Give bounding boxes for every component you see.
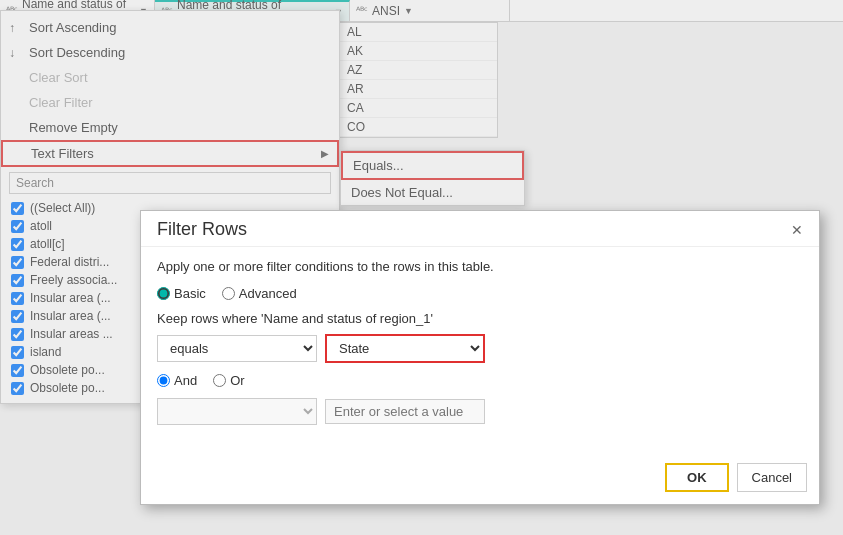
connector-or-text: Or (230, 373, 244, 388)
dialog-mode-group: Basic Advanced (157, 286, 803, 301)
radio-and[interactable] (157, 374, 170, 387)
filter-value-input[interactable] (325, 399, 485, 424)
filter-operator-select-2[interactable] (157, 398, 317, 425)
dialog-body: Apply one or more filter conditions to t… (141, 247, 819, 455)
filter-description: Keep rows where 'Name and status of regi… (157, 311, 803, 326)
connector-row: And Or (157, 373, 803, 388)
filter-rows-dialog: Filter Rows ✕ Apply one or more filter c… (140, 210, 820, 505)
dialog-close-button[interactable]: ✕ (787, 220, 807, 240)
radio-advanced-text: Advanced (239, 286, 297, 301)
cancel-button[interactable]: Cancel (737, 463, 807, 492)
radio-advanced[interactable] (222, 287, 235, 300)
radio-advanced-label[interactable]: Advanced (222, 286, 297, 301)
radio-basic-text: Basic (174, 286, 206, 301)
filter-row-1: equals does not equal begins with ends w… (157, 334, 803, 363)
filter-row-2 (157, 398, 803, 425)
connector-and-label[interactable]: And (157, 373, 197, 388)
connector-or-label[interactable]: Or (213, 373, 244, 388)
radio-basic-label[interactable]: Basic (157, 286, 206, 301)
dialog-titlebar: Filter Rows ✕ (141, 211, 819, 247)
dialog-title: Filter Rows (157, 219, 247, 240)
dialog-footer: OK Cancel (141, 455, 819, 504)
connector-and-text: And (174, 373, 197, 388)
filter-operator-select[interactable]: equals does not equal begins with ends w… (157, 335, 317, 362)
dialog-description: Apply one or more filter conditions to t… (157, 259, 803, 274)
radio-basic[interactable] (157, 287, 170, 300)
ok-button[interactable]: OK (665, 463, 729, 492)
filter-value-select[interactable]: State (325, 334, 485, 363)
radio-or[interactable] (213, 374, 226, 387)
